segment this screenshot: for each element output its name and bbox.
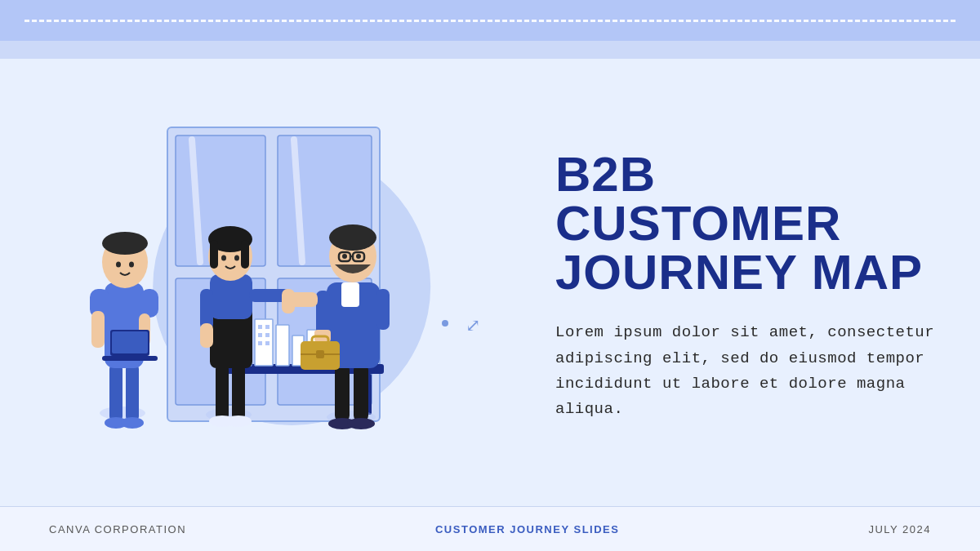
svg-rect-60 <box>335 364 350 421</box>
footer-company: CANVA CORPORATION <box>49 523 186 535</box>
footer-date: JULY 2024 <box>868 523 931 535</box>
svg-point-39 <box>102 232 148 255</box>
footer: CANVA CORPORATION CUSTOMER JOURNEY SLIDE… <box>0 506 980 551</box>
svg-rect-20 <box>265 325 270 329</box>
illustration-svg: ⤢ <box>41 111 514 462</box>
svg-point-41 <box>129 262 134 268</box>
main-title: B2B CUSTOMER JOURNEY MAP <box>555 150 939 297</box>
svg-text:⤢: ⤢ <box>466 315 480 335</box>
svg-point-80 <box>342 254 347 259</box>
svg-rect-44 <box>232 364 245 420</box>
svg-point-57 <box>221 256 226 261</box>
svg-rect-21 <box>258 333 262 337</box>
illustration-area: ⤢ <box>0 75 539 498</box>
svg-rect-19 <box>258 325 262 329</box>
svg-rect-26 <box>109 364 122 421</box>
svg-rect-22 <box>265 333 270 337</box>
svg-rect-74 <box>288 292 318 307</box>
svg-point-83 <box>442 320 448 327</box>
svg-rect-23 <box>258 341 262 345</box>
svg-point-46 <box>225 415 252 427</box>
slide: ⤢ B2B CUSTOMER JOURNEY MAP Lorem ipsum d… <box>0 0 980 551</box>
svg-point-81 <box>356 254 361 259</box>
svg-rect-36 <box>112 331 148 353</box>
svg-rect-61 <box>354 364 368 421</box>
svg-point-29 <box>121 417 144 429</box>
svg-rect-37 <box>102 356 158 361</box>
svg-rect-32 <box>140 289 158 318</box>
svg-rect-43 <box>216 364 229 420</box>
second-banner <box>0 41 980 59</box>
footer-title: CUSTOMER JOURNEY SLIDES <box>435 523 619 535</box>
svg-rect-33 <box>91 311 105 348</box>
svg-rect-71 <box>316 350 324 358</box>
text-area: B2B CUSTOMER JOURNEY MAP Lorem ipsum dol… <box>539 75 980 498</box>
svg-rect-65 <box>341 282 359 307</box>
svg-rect-12 <box>276 325 289 366</box>
svg-point-63 <box>347 418 375 429</box>
top-banner <box>0 0 980 41</box>
subtitle-text: Lorem ipsum dolor sit amet, consectetur … <box>555 320 939 422</box>
svg-rect-52 <box>200 323 213 348</box>
dashed-line <box>24 20 956 22</box>
svg-point-58 <box>234 256 239 261</box>
svg-rect-27 <box>126 364 139 421</box>
svg-rect-11 <box>255 319 273 366</box>
svg-rect-56 <box>241 240 249 269</box>
svg-point-40 <box>116 262 121 268</box>
svg-rect-48 <box>210 274 252 319</box>
svg-rect-55 <box>210 240 218 269</box>
main-content: ⤢ B2B CUSTOMER JOURNEY MAP Lorem ipsum d… <box>0 59 980 506</box>
svg-rect-24 <box>265 341 270 345</box>
svg-point-76 <box>329 224 376 251</box>
svg-rect-72 <box>376 289 390 330</box>
svg-rect-66 <box>316 291 330 335</box>
